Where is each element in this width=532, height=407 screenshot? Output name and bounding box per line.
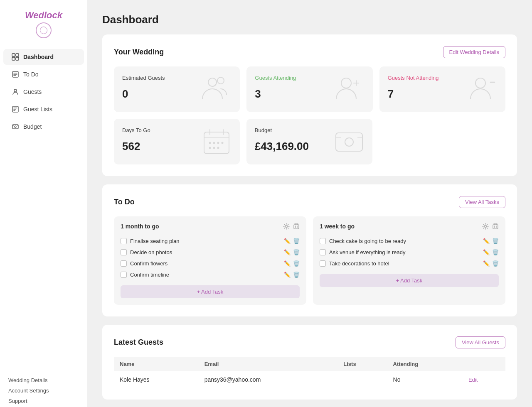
sidebar: Wedlock Dashboard [0, 0, 87, 407]
task-edit-icon-4[interactable]: ✏️ [284, 272, 291, 278]
svg-rect-2 [12, 57, 15, 60]
task-item-take-decorations: Take decorations to hotel ✏️ 🗑️ [320, 258, 499, 269]
todo-grid: 1 month to go Finalise seating p [114, 216, 505, 305]
view-all-guests-button[interactable]: View All Guests [456, 336, 505, 348]
budget-icon [334, 127, 364, 153]
todo-card: To Do View All Tasks 1 month to go [102, 184, 517, 316]
task-checkbox-2[interactable] [121, 249, 127, 255]
sidebar-label-guests: Guests [23, 88, 42, 95]
guests-not-attending-stat: Guests Not Attending 7 [379, 66, 505, 112]
task-item-decide-photos: Decide on photos ✏️ 🗑️ [121, 247, 300, 258]
task-checkbox-4[interactable] [121, 272, 127, 278]
table-row: Kole Hayes pansy36@yahoo.com No Edit [114, 371, 505, 388]
svg-point-14 [15, 126, 16, 127]
task-edit-icon-3[interactable]: ✏️ [284, 260, 291, 267]
task-delete-icon-5[interactable]: 🗑️ [492, 238, 499, 244]
footer-wedding-details[interactable]: Wedding Details [8, 377, 79, 383]
svg-point-17 [208, 78, 217, 86]
svg-rect-13 [12, 125, 18, 129]
sidebar-item-todo[interactable]: To Do [3, 66, 84, 82]
col-header-email: Email [199, 357, 338, 371]
guests-table: Name Email Lists Attending Kole Hayes pa… [114, 357, 505, 388]
task-delete-icon-2[interactable]: 🗑️ [293, 249, 300, 255]
task-label-5: Check cake is going to be ready [329, 238, 406, 244]
guest-edit-link[interactable]: Edit [468, 377, 478, 383]
task-checkbox-3[interactable] [121, 260, 127, 267]
task-checkbox-6[interactable] [320, 249, 326, 255]
dashboard-icon [12, 53, 19, 61]
guests-attending-value: 3 [255, 88, 296, 101]
days-to-go-value: 562 [122, 140, 150, 153]
main-content: Dashboard Your Wedding Edit Wedding Deta… [87, 0, 532, 407]
task-edit-icon-5[interactable]: ✏️ [483, 238, 490, 244]
svg-point-39 [286, 226, 288, 228]
stats-grid-bottom: Days To Go 562 [114, 119, 372, 164]
svg-rect-24 [204, 132, 229, 154]
view-all-tasks-button[interactable]: View All Tasks [459, 196, 505, 208]
guests-attending-label: Guests Attending [255, 75, 296, 81]
sidebar-item-guest-lists[interactable]: Guest Lists [3, 101, 84, 117]
task-edit-icon-6[interactable]: ✏️ [483, 249, 490, 255]
settings-icon-1-week[interactable] [482, 223, 489, 230]
svg-point-19 [341, 78, 351, 88]
delete-icon-1-week[interactable] [492, 223, 499, 230]
wedding-card-title: Your Wedding [114, 48, 164, 56]
task-delete-icon-1[interactable]: 🗑️ [293, 238, 300, 244]
todo-col-actions-1-month [283, 223, 300, 230]
task-delete-icon-7[interactable]: 🗑️ [492, 260, 499, 267]
settings-icon-1-month[interactable] [283, 223, 290, 230]
logo-circle [36, 22, 52, 38]
add-task-button-1-month[interactable]: + Add Task [121, 285, 300, 298]
task-delete-icon-4[interactable]: 🗑️ [293, 272, 300, 278]
logo: Wedlock [0, 0, 87, 45]
todo-column-1-week: 1 week to go Check cake is going [313, 216, 505, 305]
page-title: Dashboard [102, 13, 517, 26]
task-label-3: Confirm flowers [130, 260, 167, 267]
add-task-button-1-week[interactable]: + Add Task [320, 274, 499, 287]
edit-wedding-details-button[interactable]: Edit Wedding Details [443, 46, 505, 58]
svg-point-46 [485, 226, 487, 228]
days-to-go-stat: Days To Go 562 [114, 119, 240, 164]
footer-support[interactable]: Support [8, 398, 79, 404]
task-edit-icon-1[interactable]: ✏️ [284, 238, 291, 244]
task-edit-icon-7[interactable]: ✏️ [483, 260, 490, 267]
guests-attending-icon [335, 75, 365, 101]
estimated-guests-value: 0 [122, 88, 165, 101]
budget-label: Budget [255, 127, 309, 133]
estimated-guests-icon [202, 75, 232, 101]
guest-edit-cell: Edit [463, 371, 505, 388]
svg-point-36 [345, 138, 353, 146]
task-edit-icon-2[interactable]: ✏️ [284, 249, 291, 255]
sidebar-nav: Dashboard To Do Guests [0, 45, 87, 370]
task-checkbox-7[interactable] [320, 260, 326, 267]
task-item-confirm-flowers: Confirm flowers ✏️ 🗑️ [121, 258, 300, 269]
sidebar-label-budget: Budget [23, 123, 42, 130]
svg-rect-1 [16, 54, 19, 56]
task-delete-icon-3[interactable]: 🗑️ [293, 260, 300, 267]
guest-lists-icon [12, 105, 19, 113]
svg-point-34 [217, 147, 219, 149]
task-checkbox-1[interactable] [121, 238, 127, 244]
delete-icon-1-month[interactable] [293, 223, 300, 230]
guest-attending: No [387, 371, 463, 388]
todo-card-title: To Do [114, 198, 135, 206]
sidebar-item-guests[interactable]: Guests [3, 84, 84, 100]
task-item-finalise-seating: Finalise seating plan ✏️ 🗑️ [121, 235, 300, 247]
svg-point-31 [221, 142, 223, 144]
task-delete-icon-6[interactable]: 🗑️ [492, 249, 499, 255]
logo-circle-inner [40, 27, 47, 34]
svg-rect-40 [294, 225, 299, 229]
budget-icon [12, 123, 19, 130]
svg-point-18 [217, 77, 224, 84]
col-header-action [463, 357, 505, 371]
footer-account-settings[interactable]: Account Settings [8, 387, 79, 394]
stats-grid-top: Estimated Guests 0 Guests Attending 3 [114, 66, 505, 112]
sidebar-item-dashboard[interactable]: Dashboard [3, 49, 84, 65]
guests-attending-stat: Guests Attending 3 [246, 66, 372, 112]
logo-text: Wedlock [25, 10, 62, 21]
svg-point-33 [213, 147, 215, 149]
todo-column-1-month: 1 month to go Finalise seating p [114, 216, 306, 305]
task-checkbox-5[interactable] [320, 238, 326, 244]
sidebar-item-budget[interactable]: Budget [3, 119, 84, 135]
guests-not-attending-icon [467, 75, 497, 101]
